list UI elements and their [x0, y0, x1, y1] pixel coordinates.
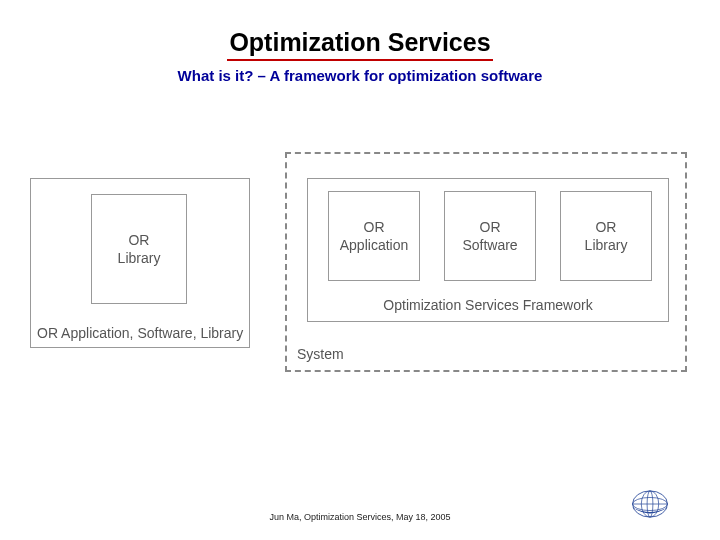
or-library-label: OR Library	[585, 218, 628, 254]
diagram-area: OR Library OR Application, Software, Lib…	[30, 148, 690, 378]
page-subtitle: What is it? – A framework for optimizati…	[0, 67, 720, 84]
footer-text: Jun Ma, Optimization Services, May 18, 2…	[0, 512, 720, 522]
or-software-label: OR Software	[462, 218, 517, 254]
framework-label: Optimization Services Framework	[308, 297, 668, 313]
left-inner-label: OR Library	[118, 231, 161, 267]
system-label: System	[297, 346, 344, 362]
or-application-box: OR Application	[328, 191, 420, 281]
framework-box: OR Application OR Software OR Library Op…	[307, 178, 669, 322]
or-library-box: OR Library	[560, 191, 652, 281]
left-outer-box: OR Library OR Application, Software, Lib…	[30, 178, 250, 348]
left-inner-box: OR Library	[91, 194, 187, 304]
or-application-label: OR Application	[340, 218, 409, 254]
left-outer-label: OR Application, Software, Library	[37, 325, 243, 341]
system-dashed-box: OR Application OR Software OR Library Op…	[285, 152, 687, 372]
or-software-box: OR Software	[444, 191, 536, 281]
title-block: Optimization Services What is it? – A fr…	[0, 0, 720, 84]
globe-logo-icon	[628, 488, 672, 520]
page-title: Optimization Services	[227, 28, 492, 61]
